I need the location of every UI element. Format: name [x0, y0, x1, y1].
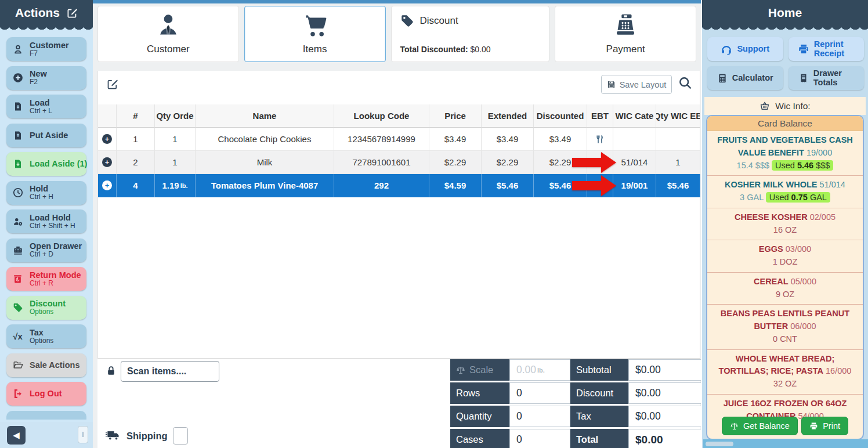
reprint-receipt-button[interactable]: Reprint Receipt — [789, 37, 865, 61]
sidebar-item-hold[interactable]: HoldCtrl + H — [6, 181, 86, 205]
benefit-item: CHEESE KOSHER 02/005 16 OZ — [707, 208, 863, 241]
person-tie-icon — [155, 13, 181, 38]
printer-icon — [798, 44, 809, 55]
tax-label: Tax — [570, 406, 628, 427]
sqrt-icon: √x — [12, 331, 24, 341]
expand-row-button[interactable]: + — [102, 134, 112, 144]
tab-label: Payment — [606, 44, 645, 55]
file-download-green-icon — [12, 159, 24, 169]
col-price[interactable]: Price — [429, 104, 482, 128]
wic-info-bar: Wic Info: — [704, 97, 866, 115]
edit-grid-icon[interactable] — [107, 78, 118, 90]
main-area: Customer Items Discount Total Discounted… — [93, 0, 701, 448]
benefit-item: CEREAL 05/000 9 OZ — [707, 273, 863, 305]
support-button[interactable]: Support — [707, 37, 783, 61]
col-ebt[interactable]: EBT — [587, 104, 613, 128]
logout-icon — [12, 389, 24, 399]
col-discounted[interactable]: Discounted — [534, 104, 587, 128]
tab-label: Discount — [420, 15, 458, 27]
benefit-item: BEANS PEAS LENTILS PEANUT BUTTER 06/000 … — [707, 305, 863, 349]
cash-drawer-icon — [12, 245, 24, 255]
save-layout-button[interactable]: Save Layout — [601, 75, 672, 94]
col-wic-category[interactable]: WIC Cate — [613, 104, 656, 128]
col-expand — [98, 104, 117, 128]
collapse-sidebar-button[interactable]: ◀ — [7, 426, 26, 445]
expand-row-button[interactable]: + — [102, 180, 112, 190]
scrollbar-thumb[interactable] — [706, 442, 733, 446]
tab-label: Items — [303, 44, 327, 55]
sidebar-item-return-mode[interactable]: Return ModeCtrl + R — [6, 267, 86, 291]
subtotal-value: $0.00 — [628, 359, 705, 381]
counts-table: Scale 0.00lb. Rows 0 Quantity 0 Cases 0 — [450, 359, 570, 448]
sidebar-item-load[interactable]: LoadCtrl + L — [6, 95, 86, 118]
sidebar-footer: ◀ ‖ — [0, 422, 93, 448]
calculator-label: Calculator — [732, 74, 773, 82]
folder-icon — [12, 360, 24, 370]
wic-actions: Get Balance Print — [707, 417, 863, 435]
cases-label: Cases — [450, 429, 509, 448]
calculator-button[interactable]: Calculator — [707, 66, 783, 90]
sidebar-item-customer[interactable]: CustomerF7 — [6, 37, 86, 61]
expand-row-button[interactable]: + — [102, 157, 112, 167]
col-qty-wic[interactable]: Qty WIC EB — [656, 104, 700, 128]
shipping-checkbox[interactable] — [173, 427, 188, 445]
tab-customer[interactable]: Customer — [97, 6, 239, 62]
quantity-value: 0 — [509, 406, 570, 427]
tab-discount[interactable]: Discount Total Discounted: $0.00 — [391, 6, 550, 62]
grip-icon: ‖ — [82, 431, 85, 439]
actions-title: Actions — [15, 6, 60, 20]
tab-payment[interactable]: Payment — [555, 6, 696, 62]
col-qty-ordered[interactable]: Qty Orde — [155, 104, 196, 128]
sidebar-item-new[interactable]: NewF2 — [6, 66, 86, 90]
receipt-icon — [798, 73, 809, 84]
subtotal-label: Subtotal — [570, 359, 628, 381]
tag-icon — [12, 302, 24, 313]
pos-app: Actions CustomerF7 NewF2 LoadCtrl + L Pu… — [0, 0, 868, 448]
sidebar-item-discount[interactable]: DiscountOptions — [6, 296, 86, 320]
drawer-totals-button[interactable]: Drawer Totals — [789, 66, 865, 90]
col-extended[interactable]: Extended — [482, 104, 534, 128]
truck-icon — [106, 429, 121, 442]
rows-label: Rows — [450, 382, 509, 404]
used-chip: Used 5.46 $$$ — [772, 160, 833, 171]
sidebar-item-partial[interactable] — [6, 411, 86, 420]
sidebar-item-load-hold[interactable]: Load HoldCtrl + Shift + H — [6, 209, 86, 233]
col-name[interactable]: Name — [196, 104, 334, 128]
annotation-arrow-milk-wic — [572, 152, 616, 173]
items-table-header: # Qty Orde Name Lookup Code Price Extend… — [98, 104, 701, 128]
search-icon[interactable] — [678, 76, 692, 90]
sidebar-item-put-aside[interactable]: Put Aside — [6, 124, 86, 147]
get-balance-button[interactable]: Get Balance — [722, 417, 798, 435]
table-row[interactable]: + 1 1 Chocolate Chip Cookies 12345678914… — [98, 128, 701, 151]
edit-layout-icon[interactable] — [67, 8, 78, 19]
horizontal-scrollbar[interactable] — [703, 439, 868, 448]
person-clock-icon — [12, 216, 24, 227]
benefit-item: WHOLE WHEAT BREAD; TORTILLAS; RICE; PAST… — [707, 350, 863, 395]
items-panel: Save Layout # Qty Orde Name Lookup Code … — [97, 71, 700, 359]
headset-icon — [721, 44, 732, 55]
save-icon — [607, 80, 616, 89]
tag-icon — [400, 14, 414, 28]
cash-register-icon — [612, 13, 639, 38]
scan-items-input[interactable] — [121, 361, 219, 382]
tab-label: Customer — [147, 44, 190, 55]
sidebar-resize-handle[interactable]: ‖ — [78, 426, 88, 443]
quantity-label: Quantity — [450, 406, 509, 427]
nav-cards: Customer Items Discount Total Discounted… — [97, 6, 696, 62]
get-balance-label: Get Balance — [743, 421, 790, 431]
col-num[interactable]: # — [117, 104, 155, 128]
sidebar-item-load-aside[interactable]: Load Aside (1) — [6, 152, 86, 176]
sidebar-item-open-drawer[interactable]: Open DrawerCtrl + D — [6, 239, 86, 262]
actions-header-scallop — [0, 26, 93, 31]
sidebar-item-log-out[interactable]: Log Out — [6, 382, 86, 406]
print-button[interactable]: Print — [801, 417, 848, 435]
sidebar-item-tax[interactable]: √x TaxOptions — [6, 324, 86, 348]
top-accent-bar — [93, 0, 701, 3]
discount-note: Total Discounted: $0.00 — [400, 45, 491, 54]
benefit-item: FRUITS AND VEGETABLES CASH VALUE BENEFIT… — [707, 131, 863, 176]
col-lookup-code[interactable]: Lookup Code — [334, 104, 429, 128]
tab-items[interactable]: Items — [244, 6, 386, 62]
home-sidebar: Home Support Reprint Receipt Calculator … — [701, 0, 868, 448]
sidebar-item-sale-actions[interactable]: Sale Actions — [6, 353, 86, 377]
discount-note-value: $0.00 — [471, 45, 491, 54]
